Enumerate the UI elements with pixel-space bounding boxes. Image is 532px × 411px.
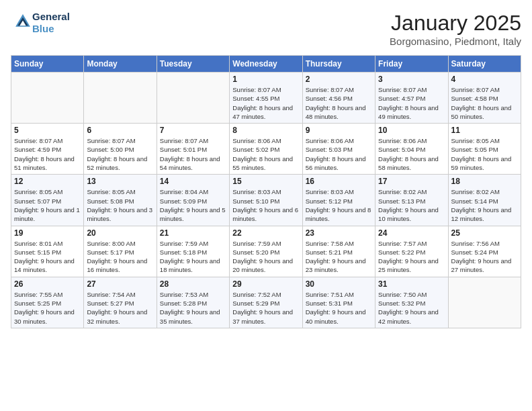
- day-number: 3: [378, 75, 445, 84]
- day-info: Sunrise: 8:02 AM Sunset: 5:13 PM Dayligh…: [378, 187, 445, 223]
- day-number: 22: [232, 228, 299, 238]
- calendar-day-cell: 19Sunrise: 8:01 AM Sunset: 5:15 PM Dayli…: [11, 226, 84, 277]
- day-info: Sunrise: 8:07 AM Sunset: 4:57 PM Dayligh…: [378, 85, 445, 121]
- day-number: 4: [451, 75, 518, 84]
- calendar-header-row: SundayMondayTuesdayWednesdayThursdayFrid…: [11, 56, 521, 73]
- day-number: 31: [378, 279, 445, 289]
- day-number: 14: [160, 177, 226, 186]
- calendar-day-cell: 3Sunrise: 8:07 AM Sunset: 4:57 PM Daylig…: [375, 73, 448, 124]
- day-number: 30: [306, 279, 372, 289]
- calendar-day-cell: 2Sunrise: 8:07 AM Sunset: 4:56 PM Daylig…: [302, 73, 375, 124]
- day-number: 27: [87, 279, 153, 289]
- day-number: 19: [14, 228, 81, 238]
- calendar-day-cell: [11, 73, 84, 124]
- day-info: Sunrise: 8:00 AM Sunset: 5:17 PM Dayligh…: [87, 239, 153, 275]
- day-info: Sunrise: 7:55 AM Sunset: 5:25 PM Dayligh…: [14, 290, 81, 326]
- calendar-day-cell: 12Sunrise: 8:05 AM Sunset: 5:07 PM Dayli…: [11, 175, 84, 226]
- page-header: General Blue January 2025 Borgomasino, P…: [11, 11, 521, 47]
- calendar-day-cell: 22Sunrise: 7:59 AM Sunset: 5:20 PM Dayli…: [230, 226, 302, 277]
- day-number: 10: [378, 126, 445, 135]
- col-header-wednesday: Wednesday: [230, 56, 302, 73]
- day-number: 5: [14, 126, 81, 135]
- day-number: 29: [232, 279, 299, 289]
- calendar-day-cell: 27Sunrise: 7:54 AM Sunset: 5:27 PM Dayli…: [84, 277, 157, 328]
- day-info: Sunrise: 7:50 AM Sunset: 5:32 PM Dayligh…: [378, 290, 445, 326]
- calendar-week-row: 5Sunrise: 8:07 AM Sunset: 4:59 PM Daylig…: [11, 124, 521, 175]
- calendar-week-row: 26Sunrise: 7:55 AM Sunset: 5:25 PM Dayli…: [11, 277, 521, 328]
- calendar-day-cell: 4Sunrise: 8:07 AM Sunset: 4:58 PM Daylig…: [448, 73, 521, 124]
- calendar-day-cell: 17Sunrise: 8:02 AM Sunset: 5:13 PM Dayli…: [375, 175, 448, 226]
- calendar-day-cell: 20Sunrise: 8:00 AM Sunset: 5:17 PM Dayli…: [84, 226, 157, 277]
- calendar-day-cell: 23Sunrise: 7:58 AM Sunset: 5:21 PM Dayli…: [302, 226, 375, 277]
- calendar-day-cell: 5Sunrise: 8:07 AM Sunset: 4:59 PM Daylig…: [11, 124, 84, 175]
- day-info: Sunrise: 8:01 AM Sunset: 5:15 PM Dayligh…: [14, 239, 81, 275]
- day-info: Sunrise: 7:53 AM Sunset: 5:28 PM Dayligh…: [160, 290, 226, 326]
- day-number: 21: [160, 228, 226, 238]
- calendar-day-cell: 28Sunrise: 7:53 AM Sunset: 5:28 PM Dayli…: [157, 277, 229, 328]
- calendar-day-cell: 16Sunrise: 8:03 AM Sunset: 5:12 PM Dayli…: [302, 175, 375, 226]
- day-number: 28: [160, 279, 226, 289]
- logo-icon: [13, 12, 32, 31]
- calendar-day-cell: 24Sunrise: 7:57 AM Sunset: 5:22 PM Dayli…: [375, 226, 448, 277]
- day-info: Sunrise: 7:59 AM Sunset: 5:18 PM Dayligh…: [160, 239, 226, 275]
- logo-text-line1: General: [32, 11, 70, 23]
- day-info: Sunrise: 8:02 AM Sunset: 5:14 PM Dayligh…: [451, 187, 518, 223]
- day-info: Sunrise: 7:54 AM Sunset: 5:27 PM Dayligh…: [87, 290, 153, 326]
- day-info: Sunrise: 8:06 AM Sunset: 5:04 PM Dayligh…: [378, 136, 445, 172]
- day-info: Sunrise: 8:03 AM Sunset: 5:10 PM Dayligh…: [232, 187, 299, 223]
- day-number: 26: [14, 279, 81, 289]
- calendar-day-cell: 18Sunrise: 8:02 AM Sunset: 5:14 PM Dayli…: [448, 175, 521, 226]
- day-number: 16: [306, 177, 372, 186]
- day-number: 8: [232, 126, 299, 135]
- calendar-day-cell: 30Sunrise: 7:51 AM Sunset: 5:31 PM Dayli…: [302, 277, 375, 328]
- calendar-day-cell: 31Sunrise: 7:50 AM Sunset: 5:32 PM Dayli…: [375, 277, 448, 328]
- calendar-day-cell: 29Sunrise: 7:52 AM Sunset: 5:29 PM Dayli…: [230, 277, 302, 328]
- day-info: Sunrise: 7:56 AM Sunset: 5:24 PM Dayligh…: [451, 239, 518, 275]
- calendar-table: SundayMondayTuesdayWednesdayThursdayFrid…: [11, 55, 521, 328]
- day-number: 24: [378, 228, 445, 238]
- calendar-day-cell: 21Sunrise: 7:59 AM Sunset: 5:18 PM Dayli…: [157, 226, 229, 277]
- calendar-day-cell: 13Sunrise: 8:05 AM Sunset: 5:08 PM Dayli…: [84, 175, 157, 226]
- day-info: Sunrise: 8:07 AM Sunset: 4:59 PM Dayligh…: [14, 136, 81, 172]
- day-number: 23: [306, 228, 372, 238]
- day-info: Sunrise: 7:58 AM Sunset: 5:21 PM Dayligh…: [306, 239, 372, 275]
- day-info: Sunrise: 8:07 AM Sunset: 4:55 PM Dayligh…: [232, 85, 299, 121]
- logo-text-line2: Blue: [32, 23, 70, 35]
- day-info: Sunrise: 7:57 AM Sunset: 5:22 PM Dayligh…: [378, 239, 445, 275]
- day-number: 15: [232, 177, 299, 186]
- calendar-day-cell: 7Sunrise: 8:07 AM Sunset: 5:01 PM Daylig…: [157, 124, 229, 175]
- calendar-day-cell: 26Sunrise: 7:55 AM Sunset: 5:25 PM Dayli…: [11, 277, 84, 328]
- calendar-week-row: 12Sunrise: 8:05 AM Sunset: 5:07 PM Dayli…: [11, 175, 521, 226]
- day-info: Sunrise: 8:05 AM Sunset: 5:08 PM Dayligh…: [87, 187, 153, 223]
- calendar-day-cell: 25Sunrise: 7:56 AM Sunset: 5:24 PM Dayli…: [448, 226, 521, 277]
- col-header-thursday: Thursday: [302, 56, 375, 73]
- day-number: 13: [87, 177, 153, 186]
- day-number: 11: [451, 126, 518, 135]
- day-number: 2: [306, 75, 372, 84]
- calendar-day-cell: 8Sunrise: 8:06 AM Sunset: 5:02 PM Daylig…: [230, 124, 302, 175]
- day-info: Sunrise: 8:07 AM Sunset: 4:58 PM Dayligh…: [451, 85, 518, 121]
- col-header-sunday: Sunday: [11, 56, 84, 73]
- calendar-day-cell: 14Sunrise: 8:04 AM Sunset: 5:09 PM Dayli…: [157, 175, 229, 226]
- col-header-friday: Friday: [375, 56, 448, 73]
- calendar-day-cell: 11Sunrise: 8:05 AM Sunset: 5:05 PM Dayli…: [448, 124, 521, 175]
- calendar-week-row: 19Sunrise: 8:01 AM Sunset: 5:15 PM Dayli…: [11, 226, 521, 277]
- title-block: January 2025 Borgomasino, Piedmont, Ital…: [390, 11, 521, 47]
- day-info: Sunrise: 7:52 AM Sunset: 5:29 PM Dayligh…: [232, 290, 299, 326]
- day-number: 7: [160, 126, 226, 135]
- calendar-day-cell: [84, 73, 157, 124]
- day-info: Sunrise: 8:07 AM Sunset: 4:56 PM Dayligh…: [306, 85, 372, 121]
- calendar-day-cell: 1Sunrise: 8:07 AM Sunset: 4:55 PM Daylig…: [230, 73, 302, 124]
- calendar-day-cell: 10Sunrise: 8:06 AM Sunset: 5:04 PM Dayli…: [375, 124, 448, 175]
- day-info: Sunrise: 8:06 AM Sunset: 5:03 PM Dayligh…: [306, 136, 372, 172]
- logo: General Blue: [11, 11, 70, 35]
- day-number: 12: [14, 177, 81, 186]
- day-number: 18: [451, 177, 518, 186]
- day-number: 17: [378, 177, 445, 186]
- col-header-tuesday: Tuesday: [157, 56, 229, 73]
- col-header-saturday: Saturday: [448, 56, 521, 73]
- day-info: Sunrise: 8:07 AM Sunset: 5:01 PM Dayligh…: [160, 136, 226, 172]
- day-info: Sunrise: 8:06 AM Sunset: 5:02 PM Dayligh…: [232, 136, 299, 172]
- day-number: 9: [306, 126, 372, 135]
- calendar-day-cell: 9Sunrise: 8:06 AM Sunset: 5:03 PM Daylig…: [302, 124, 375, 175]
